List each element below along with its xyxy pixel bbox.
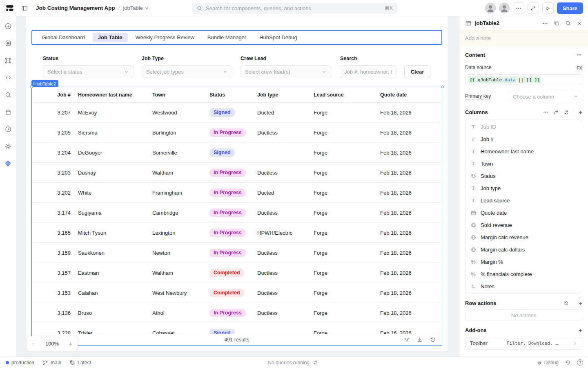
history-icon[interactable] bbox=[565, 359, 571, 366]
primary-key-select[interactable]: Choose a column bbox=[509, 91, 582, 102]
table-row[interactable]: 3,202WhiteFraminghamIn ProgressDuctedFor… bbox=[32, 183, 442, 203]
inspect-docs-icon[interactable] bbox=[554, 20, 560, 26]
refresh-icon[interactable] bbox=[430, 337, 436, 343]
table-row[interactable]: 3,205SiersmaBurlingtonIn ProgressDuctles… bbox=[32, 123, 442, 143]
status-badge: In Progress bbox=[209, 229, 246, 237]
panel-toggle-icon[interactable] bbox=[19, 2, 30, 14]
table-row[interactable]: 3,203DushayWalthamIn ProgressDuctlessFor… bbox=[32, 163, 442, 183]
branch-selector[interactable]: main bbox=[42, 360, 61, 366]
bug-icon bbox=[537, 360, 542, 366]
component-tag[interactable]: ⠿ jobTable2 bbox=[31, 80, 58, 87]
selection-handle[interactable] bbox=[441, 85, 444, 88]
history-icon[interactable] bbox=[2, 123, 14, 135]
tab-bundle-manager[interactable]: Bundle Manager bbox=[202, 33, 252, 42]
debug-button[interactable]: Debug bbox=[537, 360, 559, 366]
search-icon[interactable] bbox=[2, 89, 14, 101]
column-header-lead-source[interactable]: Lead source bbox=[306, 92, 373, 98]
table-row[interactable]: 3,204DeGooyerSomervilleSignedForgeFeb 18… bbox=[32, 143, 442, 163]
table-row[interactable]: 3,136BrusoAtholIn ProgressDuctlessForgeF… bbox=[32, 303, 442, 323]
inspector-column-job-id[interactable]: TJob ID bbox=[466, 121, 582, 133]
sync-icon[interactable] bbox=[313, 360, 318, 365]
inspector-column-notes[interactable]: Notes bbox=[466, 280, 582, 292]
tab-weekly-progress-review[interactable]: Weekly Progress Review bbox=[130, 33, 200, 42]
environment-selector[interactable]: production bbox=[6, 360, 34, 366]
inspector-column-homeowner-last-name[interactable]: THomeowner last name bbox=[466, 145, 582, 157]
upgrade-gem-icon[interactable] bbox=[2, 158, 14, 169]
search-icon[interactable] bbox=[565, 20, 571, 26]
download-icon[interactable] bbox=[416, 337, 423, 343]
inspector-column-margin[interactable]: %Margin % bbox=[466, 256, 582, 268]
release-tag[interactable]: Latest bbox=[69, 360, 91, 366]
column-header-quote-date[interactable]: Quote date bbox=[373, 92, 442, 98]
table-row[interactable]: 3,153CalahanWest NewburyCompletedDuctles… bbox=[32, 283, 442, 303]
add-row-action-icon[interactable]: + bbox=[579, 300, 582, 306]
inspector-column-town[interactable]: TTown bbox=[466, 157, 582, 170]
table-row[interactable]: 3,174SugiyamaCambridgeIn ProgressDuctles… bbox=[32, 203, 442, 223]
table-row[interactable]: 3,165Mitch TysonLexingtonIn ProgressHPWH… bbox=[32, 223, 442, 243]
global-search[interactable]: ⌘K bbox=[192, 3, 397, 13]
inspector-column-sold-revenue[interactable]: Sold revenue bbox=[466, 219, 582, 231]
job-table-component[interactable]: Job #Homeowner last nameTownStatusJob ty… bbox=[31, 87, 442, 346]
code-icon[interactable] bbox=[2, 72, 14, 83]
clear-filters-button[interactable]: Clear bbox=[404, 65, 430, 78]
toolbar-addon-row[interactable]: Toolbar Filter, Download, … bbox=[465, 337, 582, 350]
global-search-input[interactable] bbox=[206, 5, 381, 11]
inspector-column-quote-date[interactable]: 12Quote date bbox=[466, 206, 582, 219]
filter-funnel-icon[interactable] bbox=[403, 337, 410, 343]
add-addon-icon[interactable]: + bbox=[579, 327, 582, 333]
pin-column-icon[interactable] bbox=[553, 110, 559, 115]
selection-handle[interactable] bbox=[30, 85, 33, 88]
table-row[interactable]: 3,159SaukkonenNewtonIn ProgressDuctlessF… bbox=[32, 243, 442, 263]
add-column-icon[interactable]: + bbox=[579, 109, 582, 115]
toolbox-icon[interactable] bbox=[2, 106, 14, 118]
settings-icon[interactable] bbox=[2, 141, 14, 152]
add-icon[interactable] bbox=[2, 20, 14, 32]
inspector-column-lead-source[interactable]: TLead source bbox=[466, 194, 582, 206]
columns-more-icon[interactable]: ⋯ bbox=[543, 109, 549, 115]
job-type-select[interactable]: Select job types bbox=[142, 65, 232, 78]
retool-logo-icon[interactable] bbox=[5, 3, 15, 13]
tab-global-dashboard[interactable]: Global Dashboard bbox=[37, 33, 90, 42]
inspector-column-status[interactable]: Status bbox=[466, 170, 582, 182]
more-menu-icon[interactable] bbox=[542, 20, 548, 27]
fx-toggle[interactable]: FX bbox=[577, 65, 582, 70]
pages-icon[interactable] bbox=[2, 38, 14, 49]
page-switcher[interactable]: jobTable bbox=[123, 5, 149, 11]
column-header-homeowner-last-name[interactable]: Homeowner last name bbox=[71, 92, 145, 98]
inspector-column-job-type[interactable]: TJob type bbox=[466, 182, 582, 194]
search-filter[interactable] bbox=[340, 65, 396, 78]
table-row[interactable]: 3,207McEvoyWestwoodSignedDuctedForgeFeb … bbox=[32, 103, 442, 123]
inspector-column-margin-calc-dollars[interactable]: Margin calc dollars bbox=[466, 243, 582, 256]
more-menu-icon[interactable] bbox=[513, 2, 524, 14]
zoom-out-button[interactable]: − bbox=[32, 340, 36, 347]
section-more-icon[interactable]: ⋯ bbox=[577, 52, 582, 58]
column-header-status[interactable]: Status bbox=[202, 92, 250, 98]
tabs-container[interactable]: Global DashboardJob TableWeekly Progress… bbox=[31, 30, 442, 45]
zoom-in-button[interactable]: + bbox=[69, 340, 72, 347]
reset-icon[interactable] bbox=[564, 301, 569, 306]
tab-job-table[interactable]: Job Table bbox=[93, 33, 128, 42]
inspector-column-job[interactable]: #Job # bbox=[466, 133, 582, 145]
expand-icon[interactable] bbox=[528, 2, 539, 14]
tab-hubspot-debug[interactable]: HubSpot Debug bbox=[254, 33, 303, 42]
status-select[interactable]: Select a status bbox=[43, 65, 134, 78]
help-icon[interactable]: ? bbox=[577, 359, 583, 366]
column-header-town[interactable]: Town bbox=[145, 92, 202, 98]
table-row[interactable]: 3,157EastmanWalthamCompletedDuctlessForg… bbox=[32, 263, 442, 283]
close-icon[interactable] bbox=[577, 20, 582, 26]
preview-play-icon[interactable] bbox=[542, 2, 554, 14]
search-filter-input[interactable] bbox=[344, 69, 392, 75]
sync-columns-icon[interactable] bbox=[564, 110, 569, 115]
table-row[interactable]: 3,228TrislerCohassetSignedForgeFeb 16, 2… bbox=[32, 323, 442, 334]
avatar[interactable] bbox=[485, 3, 496, 13]
add-note-field[interactable]: Add a note bbox=[459, 30, 588, 46]
inspector-column-financials-complete[interactable]: %% financials complete bbox=[466, 268, 582, 280]
data-source-input[interactable]: {{ qJobTable.data || [] }} bbox=[465, 74, 582, 85]
inspector-column-margin-calc-revenue[interactable]: Margin calc revenue bbox=[466, 231, 582, 243]
components-icon[interactable] bbox=[2, 55, 14, 66]
column-header-job-type[interactable]: Job type bbox=[250, 92, 306, 98]
column-header-job[interactable]: Job # bbox=[32, 92, 71, 98]
avatar[interactable] bbox=[499, 3, 510, 13]
crew-lead-select[interactable]: Select crew lead(s) bbox=[241, 65, 331, 78]
share-button[interactable]: Share bbox=[557, 2, 583, 14]
